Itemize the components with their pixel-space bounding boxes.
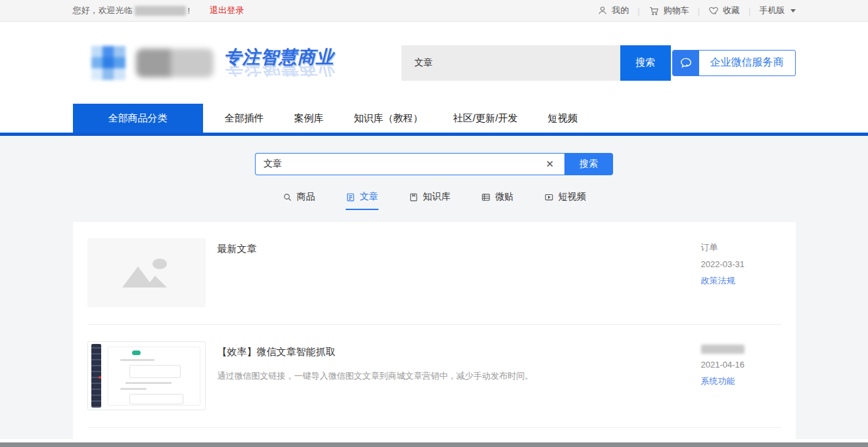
topbar-separator: | xyxy=(748,6,750,16)
greeting-prefix: 您好，欢迎光临 xyxy=(73,5,133,16)
result-category: 订单 xyxy=(701,242,718,253)
thumbnail-badge-dot xyxy=(99,376,101,379)
header-search: 搜索 xyxy=(401,45,671,81)
bottom-scrollbar-strip[interactable] xyxy=(0,442,868,447)
wecom-service-button[interactable]: 企业微信服务商 xyxy=(672,50,796,76)
search-icon xyxy=(283,192,292,202)
nav-item-knowledge-base[interactable]: 知识库（教程） xyxy=(339,104,438,133)
list-icon xyxy=(481,192,491,202)
image-placeholder-icon xyxy=(121,257,172,289)
result-date: 2022-03-31 xyxy=(701,259,745,269)
nav-item-community[interactable]: 社区/更新/开发 xyxy=(438,104,533,133)
result-title[interactable]: 【效率】微信文章智能抓取 xyxy=(217,346,701,358)
wecom-button-label: 企业微信服务商 xyxy=(699,56,795,70)
heart-icon xyxy=(708,5,719,16)
result-tag-link[interactable]: 政策法规 xyxy=(701,275,735,287)
nav-item-case-library[interactable]: 案例库 xyxy=(279,104,339,133)
greeting-suffix: ! xyxy=(188,6,191,16)
search-input[interactable] xyxy=(263,159,543,169)
slogan-text: 专注智慧商业 xyxy=(224,49,342,66)
logout-link[interactable]: 退出登录 xyxy=(210,5,244,16)
inner-search-bar: ✕ 搜索 xyxy=(255,153,613,175)
result-tag-link[interactable]: 系统功能 xyxy=(701,375,735,387)
cart-icon xyxy=(649,5,660,16)
user-icon xyxy=(597,5,608,16)
main-nav: 全部商品分类 全部插件 案例库 知识库（教程） 社区/更新/开发 短视频 xyxy=(0,104,868,136)
tab-knowledge-base[interactable]: 知识库 xyxy=(409,191,451,210)
tab-goods[interactable]: 商品 xyxy=(283,191,315,210)
nav-item-short-video[interactable]: 短视频 xyxy=(533,104,593,133)
blurred-username xyxy=(135,6,186,16)
result-description: 通过微信图文链接，一键导入微信图文文章到商城文章营销中，减少手动发布时间。 xyxy=(217,370,701,383)
result-item[interactable]: 【效率】微信文章智能抓取 通过微信图文链接，一键导入微信图文文章到商城文章营销中… xyxy=(73,325,796,427)
favorites-link[interactable]: 收藏 xyxy=(708,5,740,16)
results-card: 最新文章 订单 2022-03-31 政策法规 xyxy=(73,222,796,447)
nav-item-all-categories[interactable]: 全部商品分类 xyxy=(73,104,203,133)
site-header: 专注智慧商业 专注智慧商业 搜索 企业微信服务商 xyxy=(0,22,868,104)
chevron-down-icon xyxy=(790,9,796,12)
slogan: 专注智慧商业 专注智慧商业 xyxy=(224,49,342,77)
blurred-category xyxy=(701,345,744,354)
book-icon xyxy=(409,192,419,202)
slogan-reflection: 专注智慧商业 xyxy=(224,66,342,77)
nav-item-all-plugins[interactable]: 全部插件 xyxy=(210,104,279,133)
clear-icon[interactable]: ✕ xyxy=(543,158,557,170)
header-search-input[interactable] xyxy=(401,45,620,81)
tab-micro-posts[interactable]: 微贴 xyxy=(481,191,514,210)
result-title[interactable]: 最新文章 xyxy=(217,243,701,255)
wechat-bubble-icon xyxy=(673,50,699,76)
logo-text-blurred xyxy=(136,49,214,77)
topbar-separator: | xyxy=(698,6,700,16)
search-results-page: ✕ 搜索 商品 文章 知识库 微贴 短视频 xyxy=(0,136,868,439)
cart-link[interactable]: 购物车 xyxy=(649,5,689,16)
result-item[interactable]: 最新文章 订单 2022-03-31 政策法规 xyxy=(73,222,796,324)
tab-articles[interactable]: 文章 xyxy=(346,191,378,210)
search-button[interactable]: 搜索 xyxy=(564,153,613,175)
header-search-button[interactable]: 搜索 xyxy=(620,45,671,81)
topbar: 您好，欢迎光临 ! 退出登录 我的 | 购物车 | 收藏 | 手机版 xyxy=(0,0,868,22)
result-date: 2021-04-16 xyxy=(701,360,745,370)
mobile-version-menu[interactable]: 手机版 xyxy=(760,5,796,16)
plugin-screenshot-thumbnail xyxy=(87,341,206,410)
video-icon xyxy=(544,192,554,202)
logo-mark-blurred xyxy=(91,46,126,80)
topbar-separator: | xyxy=(637,6,639,16)
site-logo[interactable] xyxy=(91,46,214,80)
article-icon xyxy=(346,192,355,202)
thumbnail-admin-form xyxy=(108,347,200,406)
my-account-link[interactable]: 我的 xyxy=(597,5,629,16)
article-thumbnail-placeholder xyxy=(87,238,206,307)
tab-short-video[interactable]: 短视频 xyxy=(544,191,586,210)
greeting-text: 您好，欢迎光临 ! xyxy=(73,5,191,16)
result-type-tabs: 商品 文章 知识库 微贴 短视频 xyxy=(0,191,868,210)
